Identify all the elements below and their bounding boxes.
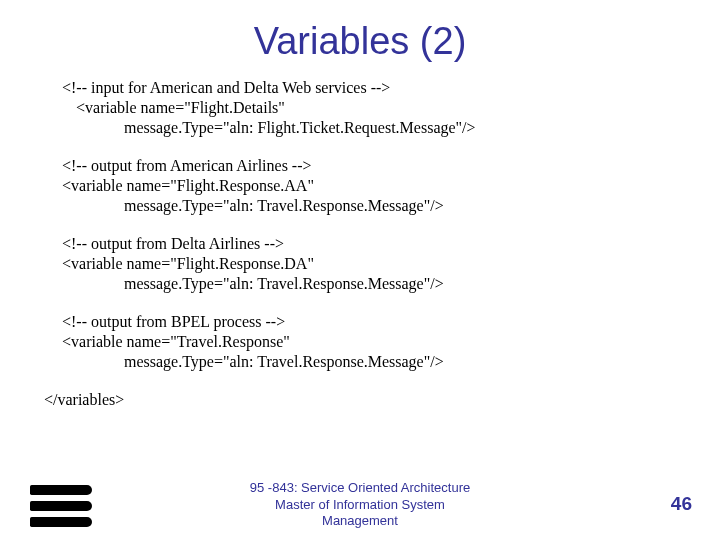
footer-text: 95 -843: Service Oriented Architecture M…: [0, 480, 720, 529]
slide-title: Variables (2): [0, 0, 720, 78]
code-block-2: <!-- output from American Airlines --> <…: [62, 156, 680, 216]
code-line: <!-- output from American Airlines -->: [62, 156, 680, 176]
code-line: <!-- output from Delta Airlines -->: [62, 234, 680, 254]
code-line: message.Type="aln: Travel.Response.Messa…: [62, 274, 680, 294]
footer-line: Master of Information System: [0, 497, 720, 513]
code-line: message.Type="aln: Flight.Ticket.Request…: [62, 118, 680, 138]
footer-line: Management: [0, 513, 720, 529]
code-block-4: <!-- output from BPEL process --> <varia…: [62, 312, 680, 372]
code-line: <!-- input for American and Delta Web se…: [62, 78, 680, 98]
code-line: <!-- output from BPEL process -->: [62, 312, 680, 332]
code-line: <variable name="Travel.Response": [62, 332, 680, 352]
code-block-1: <!-- input for American and Delta Web se…: [62, 78, 680, 138]
footer-line: 95 -843: Service Oriented Architecture: [0, 480, 720, 496]
code-line: <variable name="Flight.Response.AA": [62, 176, 680, 196]
slide-footer: 95 -843: Service Oriented Architecture M…: [0, 477, 720, 533]
slide-body: <!-- input for American and Delta Web se…: [0, 78, 720, 410]
code-block-3: <!-- output from Delta Airlines --> <var…: [62, 234, 680, 294]
code-line: <variable name="Flight.Response.DA": [62, 254, 680, 274]
closing-tag: </variables>: [44, 390, 680, 410]
page-number: 46: [671, 493, 692, 515]
code-line: message.Type="aln: Travel.Response.Messa…: [62, 196, 680, 216]
code-line: message.Type="aln: Travel.Response.Messa…: [62, 352, 680, 372]
code-line: <variable name="Flight.Details": [62, 98, 680, 118]
